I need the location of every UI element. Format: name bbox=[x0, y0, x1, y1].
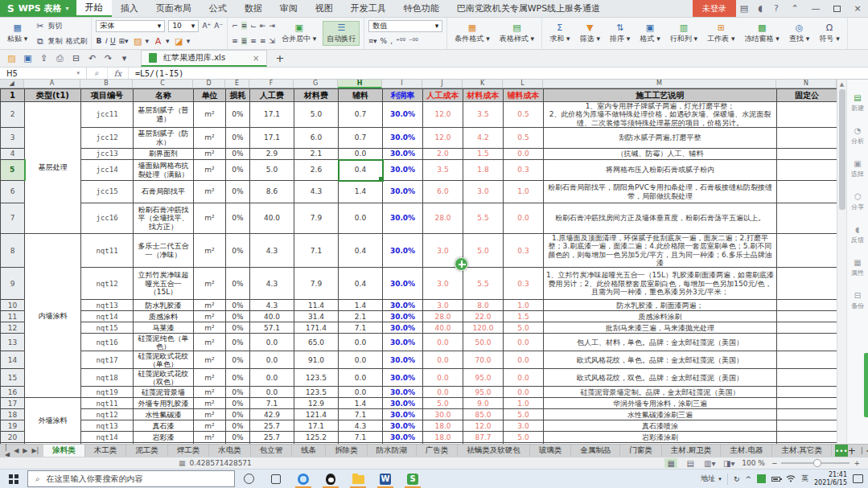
row-header[interactable]: 11 bbox=[1, 311, 25, 322]
add-sheet-button[interactable]: + bbox=[848, 445, 856, 457]
cell-material-cost[interactable]: 4.2 bbox=[463, 128, 504, 149]
tab-review[interactable]: 审阅 bbox=[271, 0, 306, 17]
cell-process-description[interactable]: 欧式风格花纹，双色。品牌：金太郎硅藻泥（美国） bbox=[544, 369, 777, 387]
increase-decimal-icon[interactable]: ⁺⁰⁰ bbox=[396, 37, 405, 45]
cell-material-fee[interactable]: 65.0 bbox=[294, 334, 339, 351]
cell-profit-rate[interactable]: 30.0% bbox=[383, 322, 423, 334]
input-language-indicator[interactable]: 英 bbox=[801, 474, 808, 484]
minimize-button[interactable]: — bbox=[805, 0, 826, 17]
cell-unit[interactable]: m² bbox=[194, 128, 226, 149]
cell-material-cost[interactable]: 120.0 bbox=[463, 322, 504, 334]
cell-fixed-formula[interactable] bbox=[777, 420, 837, 432]
cell-labor-cost[interactable]: 0.0 bbox=[423, 351, 463, 369]
cell-labor-fee[interactable]: 2.9 bbox=[250, 149, 294, 160]
row-header[interactable]: 14 bbox=[1, 351, 25, 369]
wifi-icon[interactable] bbox=[786, 474, 796, 484]
cell-profit-rate[interactable]: 30.0% bbox=[383, 398, 423, 409]
cell-aux-cost[interactable]: 1.0 bbox=[504, 181, 544, 203]
cell-name[interactable]: 硅藻泥背景墙 bbox=[134, 387, 194, 398]
customize-toolbar-icon[interactable]: ▾ bbox=[119, 53, 130, 64]
cell-labor-cost[interactable]: 2.0 bbox=[423, 149, 463, 160]
row-header[interactable]: 17 bbox=[1, 398, 25, 409]
cell-fixed-formula[interactable] bbox=[777, 369, 837, 387]
increase-font-icon[interactable]: A⁺ bbox=[202, 22, 211, 30]
cell-process-description[interactable]: 欧式风格花纹，单色。品牌：金太郎硅藻泥（美国） bbox=[544, 351, 777, 369]
cell-aux-cost[interactable]: 0.3 bbox=[504, 268, 544, 300]
tab-insert[interactable]: 插入 bbox=[112, 0, 147, 17]
file-tab[interactable]: 红苹果通用库.xls × bbox=[141, 50, 267, 67]
col-letter-selected[interactable]: H bbox=[338, 80, 382, 88]
cell-profit-rate[interactable]: 30.0% bbox=[383, 181, 423, 203]
cell-labor-cost[interactable]: 5.0 bbox=[423, 398, 463, 409]
browser-button[interactable] bbox=[290, 470, 317, 488]
cell-material-cost[interactable]: 87.7 bbox=[463, 432, 504, 443]
cell-material-cost[interactable]: 8.0 bbox=[463, 300, 504, 311]
cell-aux[interactable]: 7.1 bbox=[339, 409, 383, 420]
cell-labor-fee[interactable]: 25.7 bbox=[250, 420, 294, 432]
cell-aux[interactable]: 0.0 bbox=[339, 387, 383, 398]
wps-logo[interactable]: S WPS 表格 ▾ bbox=[0, 0, 76, 17]
cell-material-cost[interactable]: 9.0 bbox=[463, 398, 504, 409]
cell-process-description[interactable]: 硅藻泥背景墙定制。品牌，金太郎硅藻泥（美国） bbox=[544, 387, 777, 398]
sum-button[interactable]: Σ求和 ▾ bbox=[546, 22, 573, 45]
row-header[interactable]: 8 bbox=[1, 234, 25, 268]
cell-unit[interactable]: m² bbox=[194, 351, 226, 369]
cell-unit[interactable]: m² bbox=[194, 398, 226, 409]
header-type[interactable]: 类型(t1) bbox=[25, 89, 81, 102]
cell-material-fee[interactable]: 121.4 bbox=[294, 409, 339, 420]
sheet-tab[interactable]: 金属制品 bbox=[571, 445, 620, 457]
cell-profit-rate[interactable]: 30.0% bbox=[383, 203, 423, 234]
cell-unit[interactable]: m² bbox=[194, 300, 226, 311]
action-center-icon[interactable] bbox=[853, 474, 863, 483]
cell-process-description[interactable]: 粉刷石膏局部找平，阴阳角PVC专用扣条处理，石膏板接缝粘防裂接缝带，局部做抗裂处… bbox=[544, 181, 777, 203]
row-header[interactable]: 15 bbox=[1, 369, 25, 387]
row-header[interactable]: 19 bbox=[1, 420, 25, 432]
cell-profit-rate[interactable]: 30.0% bbox=[383, 102, 423, 128]
col-letter[interactable]: C bbox=[133, 80, 193, 88]
cell-loss[interactable]: 0% bbox=[226, 420, 250, 432]
cell-material-cost[interactable]: 5.0 bbox=[463, 234, 504, 268]
cell-process-description[interactable]: 真石漆喷涂 bbox=[544, 420, 777, 432]
cell-project-code[interactable]: nqt16 bbox=[81, 334, 134, 351]
cell-project-code[interactable]: nqt19 bbox=[81, 387, 134, 398]
cell-material-fee[interactable]: 12.9 bbox=[294, 398, 339, 409]
cell-loss[interactable]: 0% bbox=[226, 432, 250, 443]
cell-labor-cost[interactable]: 18.0 bbox=[423, 420, 463, 432]
login-button[interactable]: 未登录 bbox=[693, 0, 736, 17]
cell-labor-fee[interactable]: 0.0 bbox=[250, 387, 294, 398]
table-style-button[interactable]: ▤ 表格样式 ▾ bbox=[496, 22, 537, 45]
cell-material-fee[interactable]: 4.3 bbox=[294, 181, 339, 203]
col-letter[interactable]: K bbox=[463, 80, 503, 88]
taskbar-search-input[interactable]: ⌕ 在这里输入你要搜索的内容 bbox=[27, 470, 235, 487]
cell-material-cost[interactable]: 50.0 bbox=[463, 334, 504, 351]
zoom-slider[interactable]: − + bbox=[771, 459, 860, 467]
cell-aux[interactable]: 2.1 bbox=[339, 311, 383, 322]
font-name-select[interactable]: 宋体▾ bbox=[96, 20, 165, 32]
cell-name[interactable]: 岩彩漆 bbox=[134, 432, 194, 443]
cell-name[interactable]: 硅藻泥欧式花纹（双色） bbox=[134, 369, 194, 387]
cell-aux[interactable]: 0.0 bbox=[339, 203, 383, 234]
sheet-tab[interactable]: 泥工类 bbox=[126, 445, 168, 457]
cell-labor-cost[interactable]: 18.0 bbox=[423, 432, 463, 443]
cell-loss[interactable]: 0% bbox=[226, 322, 250, 334]
cell-project-code[interactable]: nqt13 bbox=[81, 300, 134, 311]
col-letter[interactable]: G bbox=[294, 80, 338, 88]
header-unit[interactable]: 单位 bbox=[194, 89, 226, 102]
cell-labor-cost[interactable]: 3.0 bbox=[423, 268, 463, 300]
header-loss[interactable]: 损耗 bbox=[226, 89, 250, 102]
header-name[interactable]: 名称 bbox=[134, 89, 194, 102]
cell-project-code[interactable]: nqt14 bbox=[81, 432, 134, 443]
tab-special-features[interactable]: 特色功能 bbox=[395, 0, 448, 17]
cell-material-cost[interactable]: 95.0 bbox=[463, 387, 504, 398]
cell-labor-fee[interactable]: 57.1 bbox=[250, 322, 294, 334]
header-aux-cost[interactable]: 辅料成本 bbox=[504, 89, 544, 102]
cell-unit[interactable]: m² bbox=[194, 181, 226, 203]
print-preview-icon[interactable]: ⊟ bbox=[71, 53, 81, 64]
help-icon[interactable]: ? bbox=[768, 0, 784, 17]
cell-profit-rate[interactable]: 30.0% bbox=[383, 420, 423, 432]
cell-loss[interactable]: 0% bbox=[226, 128, 250, 149]
sheet-tab[interactable]: 广告类 bbox=[417, 445, 459, 457]
cell-material-fee[interactable]: 7.1 bbox=[294, 234, 339, 268]
sheet-tab[interactable]: 祛螨类及软硬包 bbox=[458, 445, 530, 457]
sheet-tab[interactable]: 木工类 bbox=[85, 445, 127, 457]
